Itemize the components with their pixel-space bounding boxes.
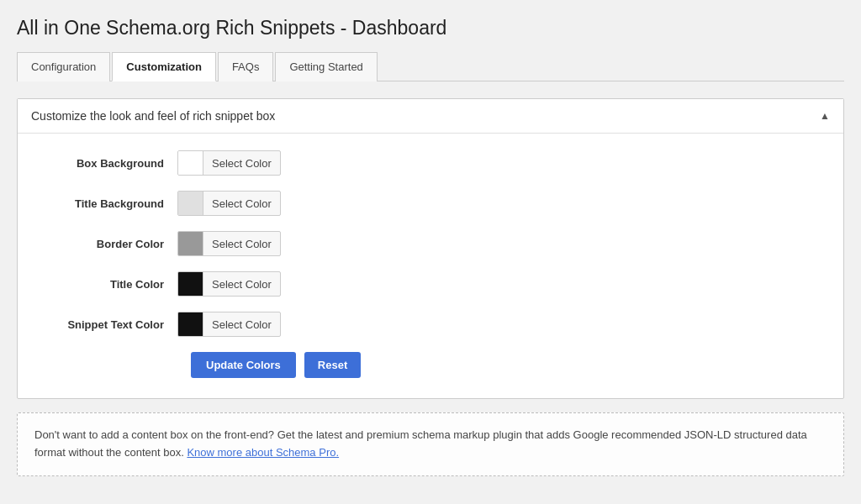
box-background-color-picker[interactable]: Select Color bbox=[177, 150, 281, 176]
box-background-color-label: Select Color bbox=[203, 157, 280, 170]
title-color-row: Title Color Select Color bbox=[43, 271, 818, 297]
border-color-label-text: Select Color bbox=[203, 238, 280, 250]
info-box: Don't want to add a content box on the f… bbox=[17, 412, 844, 476]
box-background-label: Box Background bbox=[43, 157, 177, 170]
reset-button[interactable]: Reset bbox=[304, 352, 361, 378]
panel-header: Customize the look and feel of rich snip… bbox=[18, 99, 843, 134]
border-color-label: Border Color bbox=[43, 238, 177, 250]
update-colors-button[interactable]: Update Colors bbox=[191, 352, 296, 378]
panel-header-title: Customize the look and feel of rich snip… bbox=[31, 109, 275, 123]
snippet-text-color-label: Snippet Text Color bbox=[43, 318, 177, 331]
panel-body: Box Background Select Color Title Backgr… bbox=[18, 134, 843, 398]
action-button-row: Update Colors Reset bbox=[43, 352, 818, 378]
title-color-swatch bbox=[178, 271, 203, 297]
border-color-picker[interactable]: Select Color bbox=[177, 231, 281, 256]
border-color-row: Border Color Select Color bbox=[43, 231, 818, 256]
panel-toggle-icon[interactable]: ▲ bbox=[820, 110, 830, 122]
tab-bar: Configuration Customization FAQs Getting… bbox=[17, 51, 844, 81]
info-text: Don't want to add a content box on the f… bbox=[34, 428, 807, 459]
customize-panel: Customize the look and feel of rich snip… bbox=[17, 98, 844, 399]
tab-faqs[interactable]: FAQs bbox=[218, 52, 274, 81]
tab-configuration[interactable]: Configuration bbox=[17, 52, 110, 81]
snippet-text-color-row: Snippet Text Color Select Color bbox=[43, 312, 818, 337]
snippet-text-color-picker[interactable]: Select Color bbox=[177, 312, 281, 337]
title-background-color-picker[interactable]: Select Color bbox=[177, 191, 281, 216]
snippet-text-color-swatch bbox=[178, 312, 203, 337]
schema-pro-link[interactable]: Know more about Schema Pro. bbox=[187, 446, 339, 459]
title-color-label-text: Select Color bbox=[203, 278, 280, 291]
title-background-row: Title Background Select Color bbox=[43, 191, 818, 216]
title-color-label: Title Color bbox=[43, 278, 177, 291]
tab-getting-started[interactable]: Getting Started bbox=[275, 52, 377, 81]
border-color-swatch bbox=[178, 231, 203, 256]
box-background-swatch bbox=[178, 150, 203, 176]
title-background-swatch bbox=[178, 191, 203, 216]
title-color-picker[interactable]: Select Color bbox=[177, 271, 281, 297]
box-background-row: Box Background Select Color bbox=[43, 150, 818, 176]
title-background-label: Title Background bbox=[43, 197, 177, 210]
page-title: All in One Schema.org Rich Snippets - Da… bbox=[17, 17, 844, 39]
title-background-color-label: Select Color bbox=[203, 197, 280, 210]
snippet-text-color-label-text: Select Color bbox=[203, 318, 280, 331]
tab-customization[interactable]: Customization bbox=[112, 52, 216, 81]
